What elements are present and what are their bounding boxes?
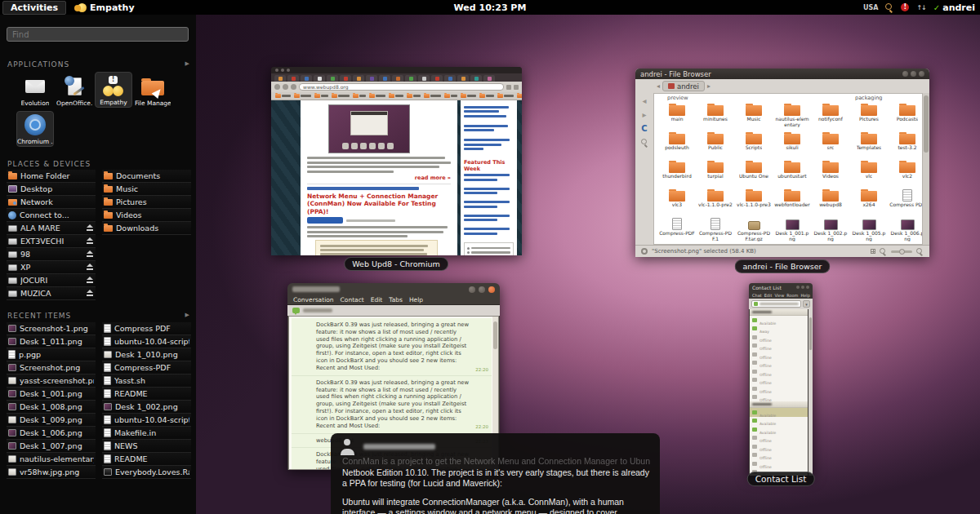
sidebar-link[interactable] xyxy=(464,228,510,230)
file-podcasts[interactable]: Podcasts xyxy=(889,102,923,130)
app-openoffice[interactable]: OpenOffice... xyxy=(56,72,93,108)
eject-icon[interactable] xyxy=(86,250,94,258)
zoom-in-icon[interactable] xyxy=(916,248,924,255)
recent-item-screenshot-1-png[interactable]: Screenshot-1.png xyxy=(7,322,96,335)
place-downloads[interactable]: Downloads xyxy=(102,222,191,235)
place-connect-to[interactable]: Connect to... xyxy=(7,209,96,222)
gear-icon[interactable] xyxy=(641,248,648,255)
file-webupd8[interactable]: webupd8 xyxy=(812,188,849,215)
file-notifyconf[interactable]: notifyconf xyxy=(812,102,849,130)
back-icon[interactable]: ◂ xyxy=(642,97,646,105)
menu-conversation[interactable]: Conversation xyxy=(293,296,334,304)
recent-item-yasst-screenshot-png[interactable]: yasst-screenshot.png xyxy=(7,374,96,388)
file-vlc-1-1-0-pre3[interactable]: vlc-1.1.0-pre3 xyxy=(735,188,773,215)
menu-tabs[interactable]: Tabs xyxy=(389,296,403,304)
presence-field[interactable] xyxy=(751,300,801,308)
file-thunderbird[interactable]: thunderbird xyxy=(658,159,696,187)
recent-item-desk-1-009-png[interactable]: Desk 1_009.png xyxy=(7,414,96,427)
menu-view[interactable]: View xyxy=(774,293,784,298)
forward-icon[interactable] xyxy=(283,84,288,90)
window-controls[interactable] xyxy=(469,286,495,293)
sidebar-link[interactable] xyxy=(464,144,501,146)
menu-help[interactable]: Help xyxy=(409,296,423,304)
browser-tab[interactable] xyxy=(483,75,495,82)
url-bar[interactable]: www.webupd8.org xyxy=(299,83,504,91)
sidebar-link[interactable] xyxy=(464,110,499,113)
file-main[interactable]: main xyxy=(658,102,696,130)
sidebar-link[interactable] xyxy=(464,179,497,181)
recent-item-vr58hw-jpg-png[interactable]: vr58hw.jpg.png xyxy=(7,466,96,479)
browser-tab[interactable] xyxy=(327,75,338,82)
place-music[interactable]: Music xyxy=(102,183,191,196)
file-public[interactable]: Public xyxy=(697,131,734,158)
recent-item-desk-1-001-png[interactable]: Desk 1_001.png xyxy=(7,388,96,401)
browser-tab[interactable] xyxy=(274,75,286,82)
recent-item-compress-pdf[interactable]: Compress-PDF xyxy=(102,361,191,374)
most-read-item[interactable] xyxy=(467,247,510,250)
bookmark-folder[interactable] xyxy=(353,94,366,98)
bookmark-folder[interactable] xyxy=(275,94,291,98)
browser-tab[interactable] xyxy=(301,75,312,82)
bookmark-folder[interactable] xyxy=(314,94,328,98)
breadcrumb[interactable]: andrei xyxy=(662,81,705,91)
page-menu-icon[interactable] xyxy=(506,85,511,90)
recent-expand-icon[interactable]: ▶ xyxy=(185,312,189,318)
breadcrumb-left-icon[interactable]: ◂ xyxy=(657,82,660,90)
recent-item-readme[interactable]: README xyxy=(102,388,191,401)
file-nautilus-elementary[interactable]: nautilus-elementary xyxy=(773,102,811,130)
window-file-browser[interactable]: andrei - File Browser ◂ andrei ▸ ◂ ▸ C p… xyxy=(635,69,929,257)
browser-tab[interactable] xyxy=(431,75,443,82)
file-ubuntu-one[interactable]: Ubuntu One xyxy=(735,159,773,187)
file-vlc3[interactable]: vlc3 xyxy=(658,188,696,215)
place-videos[interactable]: Videos xyxy=(102,209,191,222)
eject-icon[interactable] xyxy=(86,237,94,245)
sidebar-link[interactable] xyxy=(464,129,494,131)
sidebar-link[interactable] xyxy=(464,188,510,190)
activities-button[interactable]: Activities xyxy=(2,1,66,15)
zoom-out-icon[interactable] xyxy=(880,248,887,255)
presence-dropdown-icon[interactable]: ▾ xyxy=(803,300,810,308)
presence-chooser[interactable]: ▾ xyxy=(749,299,813,309)
recent-item-desk-1-006-png[interactable]: Desk 1_006.png xyxy=(7,427,96,440)
file-compress-pdf-tar-gz[interactable]: Compress-PDF.tar.gz xyxy=(735,216,773,244)
app-empathy[interactable]: !Empathy xyxy=(95,72,132,108)
file-vlc-1-1-0-pre2[interactable]: vlc-1.1.0-pre2 xyxy=(697,188,734,215)
browser-tab[interactable] xyxy=(340,75,351,82)
app-chromium[interactable]: Chromium ... xyxy=(16,111,54,147)
chromium-tab-strip[interactable] xyxy=(271,73,522,82)
bookmark-folder[interactable] xyxy=(332,94,350,98)
breadcrumb-right-icon[interactable]: ▸ xyxy=(707,82,710,90)
recent-item-ubuntu-10-04-script[interactable]: ubuntu-10.04-script xyxy=(102,414,191,427)
browser-tab[interactable] xyxy=(287,75,299,82)
browser-tab[interactable] xyxy=(353,75,364,82)
recent-item-yasst-sh[interactable]: Yasst.sh xyxy=(102,374,191,388)
file-turpial[interactable]: turpial xyxy=(697,159,734,187)
sidebar-link[interactable] xyxy=(464,139,510,141)
file-src[interactable]: src xyxy=(812,131,849,158)
sidebar-link[interactable] xyxy=(464,219,497,221)
browser-tab[interactable] xyxy=(418,75,430,82)
place-ext3vechi[interactable]: EXT3VECHI xyxy=(7,235,96,248)
menu-edit[interactable]: Edit xyxy=(371,296,383,304)
browser-tab[interactable] xyxy=(366,75,377,82)
file-pictures[interactable]: Pictures xyxy=(850,102,888,130)
bookmark-folder[interactable] xyxy=(461,94,476,98)
file-compress-pdf-1[interactable]: Compress-PDF.1 xyxy=(697,216,734,244)
bookmark-folder[interactable] xyxy=(294,94,311,98)
place-98[interactable]: 98 xyxy=(7,248,96,261)
bookmark-folder[interactable] xyxy=(517,94,522,98)
contact-list-scrollbar[interactable] xyxy=(808,309,813,476)
recent-item-screenshot-png[interactable]: Screenshot.png xyxy=(7,361,96,374)
window-chromium[interactable]: www.webupd8.org read more »Network Menu … xyxy=(271,67,522,255)
eject-icon[interactable] xyxy=(86,224,94,232)
file-vlc2[interactable]: vlc2 xyxy=(889,159,923,187)
read-more-link[interactable]: read more » xyxy=(307,175,451,181)
browser-tab[interactable] xyxy=(444,75,456,82)
browser-tab[interactable] xyxy=(314,75,325,82)
file-desk-1-001-png[interactable]: Desk 1_001.png xyxy=(773,216,811,244)
app-menu[interactable]: Empathy xyxy=(78,2,135,13)
search-icon[interactable] xyxy=(641,139,648,146)
refresh-icon[interactable]: C xyxy=(641,125,647,133)
place-desktop[interactable]: Desktop xyxy=(7,183,96,196)
file-compress-pdf[interactable]: Compress PDF xyxy=(889,188,923,215)
